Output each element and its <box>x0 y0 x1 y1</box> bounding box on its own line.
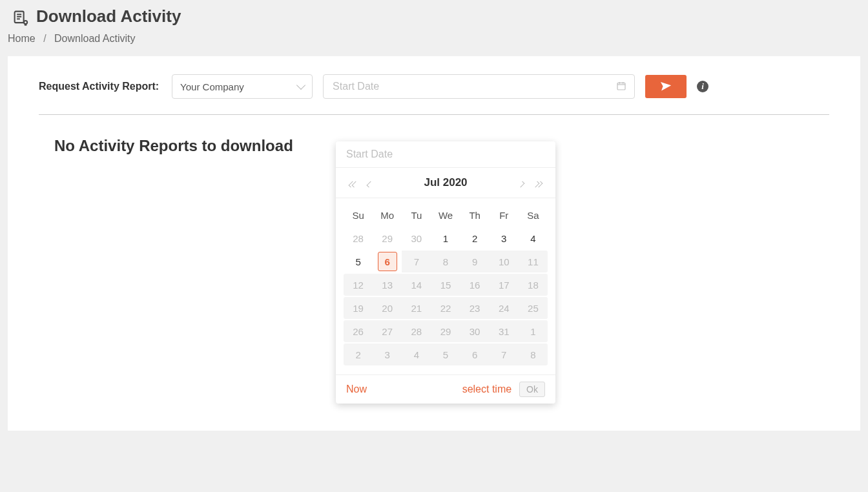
calendar-day: 20 <box>378 298 397 318</box>
submit-button[interactable] <box>645 75 687 98</box>
calendar-day: 5 <box>436 345 455 364</box>
breadcrumb-home[interactable]: Home <box>8 33 36 44</box>
prev-year-button[interactable] <box>346 176 360 190</box>
breadcrumb-separator: / <box>43 33 46 44</box>
svg-point-4 <box>24 21 27 24</box>
calendar-day: 23 <box>465 298 484 318</box>
weekday-header: Tu <box>402 205 431 226</box>
date-picker-input[interactable] <box>345 148 546 161</box>
calendar-day: 19 <box>349 298 368 318</box>
start-date-field[interactable] <box>331 80 616 93</box>
calendar-day[interactable]: 29 <box>378 229 397 248</box>
request-report-label: Request Activity Report: <box>39 81 159 92</box>
calendar-day[interactable]: 1 <box>436 229 455 248</box>
page-title: Download Activity <box>36 6 181 26</box>
calendar-day: 28 <box>407 322 426 341</box>
calendar-day: 31 <box>494 322 513 341</box>
company-select-value: Your Company <box>180 81 244 92</box>
company-select[interactable]: Your Company <box>172 74 313 99</box>
prev-month-button[interactable] <box>364 176 375 190</box>
date-picker-popup: Jul 2020 SuMoTuWeThFrSa 2829301234567891… <box>336 141 555 404</box>
calendar-day[interactable]: 2 <box>465 229 484 248</box>
activity-report-icon <box>12 8 28 25</box>
calendar-day: 9 <box>465 252 484 271</box>
weekday-header: Sa <box>519 205 548 226</box>
weekday-header: Th <box>460 205 490 226</box>
calendar-day: 24 <box>494 298 513 318</box>
calendar-day: 30 <box>465 322 484 341</box>
svg-rect-6 <box>617 83 625 90</box>
start-date-input[interactable] <box>323 74 635 99</box>
calendar-day[interactable]: 28 <box>349 229 368 248</box>
weekday-header: We <box>431 205 460 226</box>
calendar-day: 29 <box>436 322 455 341</box>
calendar-day: 10 <box>494 252 513 271</box>
calendar-day: 8 <box>523 345 542 364</box>
calendar-day: 21 <box>407 298 426 318</box>
breadcrumb: Home / Download Activity <box>0 30 868 56</box>
calendar-day: 8 <box>436 252 455 271</box>
weekday-header: Mo <box>373 205 402 226</box>
calendar-day: 2 <box>349 345 368 364</box>
calendar-day: 7 <box>494 345 513 364</box>
date-picker-month-label[interactable]: Jul 2020 <box>424 176 467 189</box>
calendar-icon <box>616 81 626 93</box>
weekday-header: Fr <box>490 205 519 226</box>
calendar-day[interactable]: 5 <box>349 252 368 271</box>
calendar-day: 11 <box>523 252 542 271</box>
breadcrumb-current: Download Activity <box>54 33 135 44</box>
calendar-day: 6 <box>465 345 484 364</box>
ok-button[interactable]: Ok <box>519 382 545 397</box>
calendar-day: 22 <box>436 298 455 318</box>
calendar-day: 13 <box>378 275 397 294</box>
next-year-button[interactable] <box>531 176 545 190</box>
calendar-day: 27 <box>378 322 397 341</box>
calendar-day: 3 <box>378 345 397 364</box>
next-month-button[interactable] <box>516 176 527 190</box>
now-button[interactable]: Now <box>346 384 367 395</box>
calendar-day: 25 <box>523 298 542 318</box>
calendar-day: 14 <box>407 275 426 294</box>
calendar-day: 17 <box>494 275 513 294</box>
calendar-day: 12 <box>349 275 368 294</box>
calendar-day: 26 <box>349 322 368 341</box>
calendar-day[interactable]: 30 <box>407 229 426 248</box>
calendar-day: 18 <box>523 275 542 294</box>
send-icon <box>660 80 672 94</box>
select-time-button[interactable]: select time <box>462 384 512 395</box>
info-icon[interactable]: i <box>697 81 708 92</box>
calendar-day[interactable]: 3 <box>494 229 513 248</box>
weekday-header: Su <box>344 205 373 226</box>
calendar-day[interactable]: 4 <box>523 229 542 248</box>
calendar-day[interactable]: 6 <box>378 252 397 271</box>
calendar-day: 16 <box>465 275 484 294</box>
calendar-day: 1 <box>523 322 542 341</box>
calendar-day: 7 <box>407 252 426 271</box>
calendar-grid: SuMoTuWeThFrSa 2829301234567891011121314… <box>344 203 548 367</box>
calendar-day: 15 <box>436 275 455 294</box>
calendar-day: 4 <box>407 345 426 364</box>
chevron-down-icon <box>296 81 305 90</box>
